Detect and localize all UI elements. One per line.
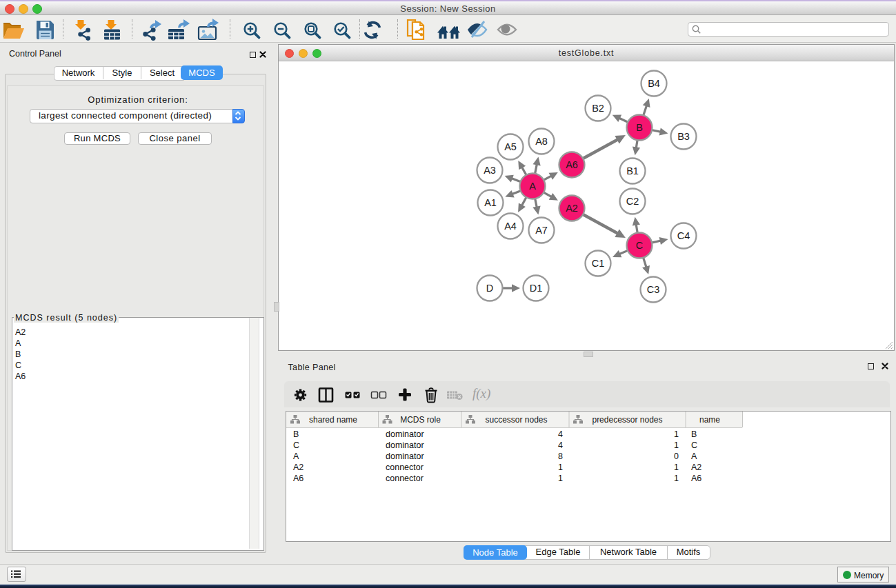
svg-text:A3: A3	[484, 165, 496, 176]
svg-text:A4: A4	[504, 221, 517, 232]
svg-text:B1: B1	[626, 165, 639, 176]
svg-text:C1: C1	[592, 258, 605, 269]
svg-text:C3: C3	[647, 284, 660, 295]
svg-text:A6: A6	[566, 159, 578, 170]
svg-text:B4: B4	[648, 78, 660, 89]
svg-text:A5: A5	[504, 141, 517, 152]
svg-text:B: B	[636, 122, 643, 133]
svg-text:D1: D1	[530, 283, 543, 294]
svg-text:B3: B3	[677, 131, 690, 142]
svg-text:C4: C4	[677, 230, 690, 241]
svg-text:A1: A1	[484, 197, 497, 208]
svg-text:D: D	[486, 283, 493, 294]
svg-text:B2: B2	[592, 103, 604, 114]
svg-text:C: C	[636, 240, 643, 251]
svg-text:A: A	[529, 181, 536, 192]
svg-text:C2: C2	[626, 196, 639, 207]
svg-text:A7: A7	[535, 225, 548, 236]
svg-text:A8: A8	[535, 136, 548, 147]
svg-text:A2: A2	[566, 203, 578, 214]
